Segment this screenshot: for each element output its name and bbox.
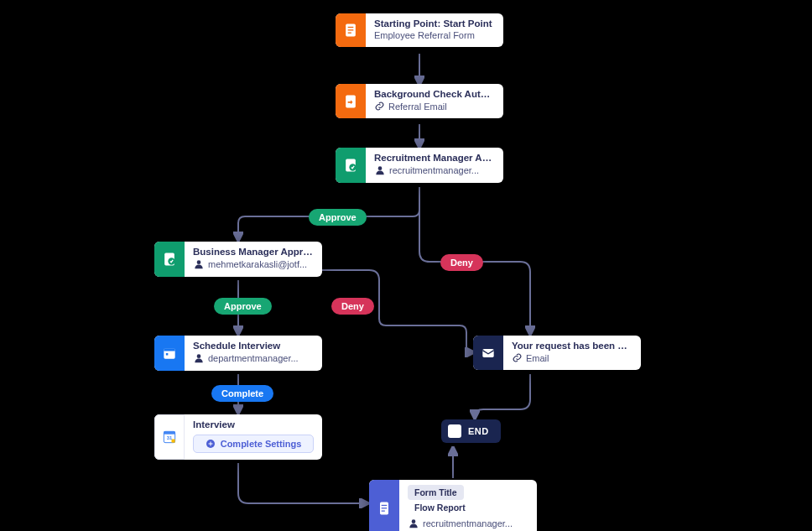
svg-rect-24: [382, 510, 385, 511]
node-recruitment-approval[interactable]: Recruitment Manager Appro... recruitment…: [336, 148, 503, 183]
user-icon: [193, 352, 205, 364]
mail-icon: [473, 336, 503, 370]
node-subtitle: recruitmentmanager...: [374, 164, 495, 176]
google-calendar-icon: 31: [154, 414, 185, 460]
approval-icon: [154, 242, 185, 277]
node-title: Your request has been denied.: [512, 341, 632, 352]
plus-circle-icon: [206, 439, 216, 449]
node-business-approval[interactable]: Business Manager Approval mehmetkarakasl…: [154, 242, 322, 277]
complete-settings-button[interactable]: Complete Settings: [193, 435, 314, 453]
svg-text:31: 31: [167, 435, 173, 440]
svg-rect-3: [348, 33, 351, 34]
edge-label-complete: Complete: [211, 385, 273, 402]
end-label: END: [468, 426, 489, 436]
node-subtitle: departmentmanager...: [193, 352, 314, 364]
document-icon: [369, 480, 399, 531]
edge-label-approve: Approve: [309, 209, 367, 226]
svg-point-7: [378, 166, 383, 170]
svg-point-25: [412, 519, 416, 523]
node-subtitle: Referral Email: [374, 101, 495, 112]
node-subtitle: recruitmentmanager...: [408, 518, 528, 529]
node-title: Background Check Authoriz...: [374, 89, 495, 101]
svg-rect-13: [166, 353, 169, 356]
svg-rect-23: [382, 508, 388, 508]
node-flow-report[interactable]: Form Title Flow Report recruitmentmanage…: [369, 480, 537, 531]
form-share-icon: [336, 84, 366, 118]
node-start-point[interactable]: Starting Point: Start Point Employee Ref…: [336, 13, 503, 47]
node-request-denied[interactable]: Your request has been denied. Email: [473, 336, 641, 370]
user-icon: [193, 258, 205, 270]
node-title: Recruitment Manager Appro...: [374, 153, 495, 164]
node-schedule-interview[interactable]: Schedule Interview departmentmanager...: [154, 336, 322, 371]
node-subtitle: mehmetkarakasli@jotf...: [193, 258, 314, 270]
link-icon: [374, 101, 385, 112]
tab-form-title[interactable]: Form Title: [408, 485, 464, 500]
svg-point-14: [197, 354, 201, 358]
edge-label-deny: Deny: [440, 254, 483, 271]
svg-rect-2: [348, 29, 354, 30]
node-end[interactable]: END: [441, 419, 501, 443]
node-title: Interview: [193, 419, 314, 431]
user-icon: [408, 518, 419, 529]
svg-rect-20: [482, 349, 493, 357]
node-subtitle: Employee Referral Form: [374, 30, 495, 40]
svg-point-10: [197, 260, 201, 264]
edge-label-approve: Approve: [214, 298, 272, 315]
svg-rect-22: [382, 504, 388, 505]
node-title: Starting Point: Start Point: [374, 18, 495, 30]
calendar-icon: [154, 336, 185, 371]
tab-flow-report[interactable]: Flow Report: [408, 500, 472, 515]
workflow-canvas: Starting Point: Start Point Employee Ref…: [0, 0, 812, 531]
stop-icon: [448, 424, 461, 438]
report-tabs: Form Title Flow Report: [408, 485, 528, 515]
approval-icon: [336, 148, 366, 183]
edge-label-deny: Deny: [331, 298, 374, 315]
svg-rect-12: [164, 348, 174, 351]
node-title: Business Manager Approval: [193, 247, 314, 258]
svg-rect-16: [164, 431, 174, 434]
node-title: Schedule Interview: [193, 341, 314, 352]
link-icon: [512, 352, 523, 363]
node-subtitle: Email: [512, 352, 632, 363]
node-background-check[interactable]: Background Check Authoriz... Referral Em…: [336, 84, 503, 118]
node-interview[interactable]: 31 Interview Complete Settings: [154, 414, 322, 460]
user-icon: [374, 164, 386, 176]
form-icon: [336, 13, 366, 47]
connector-layer: [0, 0, 812, 531]
svg-rect-1: [348, 27, 354, 28]
